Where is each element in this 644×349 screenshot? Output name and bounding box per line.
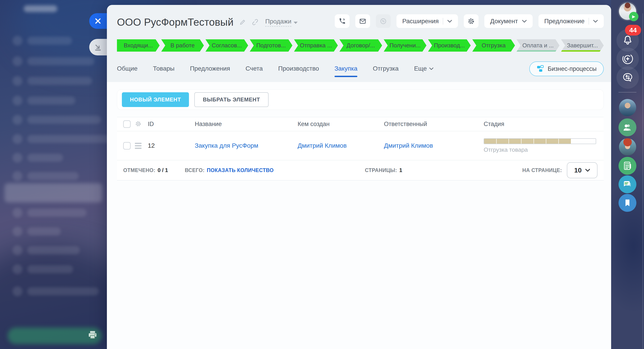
call-button[interactable] — [335, 14, 350, 28]
header-toolbar: Расширения Документ Предложение — [335, 14, 604, 28]
people-icon — [622, 122, 632, 132]
stage-3[interactable]: Согласов... — [206, 39, 248, 52]
row-name-link[interactable]: Закупка для РусФорм — [195, 142, 258, 149]
select-all-checkbox[interactable] — [123, 120, 130, 128]
tab-товары[interactable]: Товары — [153, 65, 174, 73]
progress-segment — [571, 139, 584, 144]
profile-avatar[interactable]: ▶ — [619, 3, 636, 20]
employees-button[interactable] — [618, 118, 636, 136]
stage-label: Отправка ... — [300, 42, 332, 49]
funnel-selector[interactable]: Продажи — [265, 18, 298, 26]
stage-label: Входящи... — [124, 42, 153, 49]
column-header-name[interactable]: Название — [195, 121, 298, 128]
row-id: 12 — [148, 142, 195, 149]
chevron-down-icon — [585, 169, 590, 172]
extensions-label: Расширения — [402, 18, 439, 25]
chevron-down-icon — [294, 22, 298, 24]
stage-progress-bar[interactable] — [484, 138, 596, 144]
stage-bar: Входящи...В работеСогласов...Подготов...… — [117, 39, 604, 52]
pages-label: СТРАНИЦЫ: — [365, 167, 397, 173]
chevron-down-icon — [522, 20, 527, 23]
stage-label: В работе — [170, 42, 194, 49]
per-page-value: 10 — [574, 166, 582, 174]
status-play-badge[interactable]: ▶ — [629, 12, 638, 21]
business-processes-button[interactable]: Бизнес-процессы — [529, 61, 604, 76]
stage-label: Оплата и ... — [522, 42, 554, 49]
stage-1[interactable]: Входящи... — [117, 39, 160, 52]
grid-settings-gear-icon[interactable] — [135, 120, 142, 127]
stage-7[interactable]: Получени... — [384, 39, 426, 52]
tab-предложения[interactable]: Предложения — [190, 65, 230, 73]
slider-collapse-button[interactable] — [89, 39, 107, 55]
pages-value: 1 — [399, 167, 402, 173]
tab-счета[interactable]: Счета — [246, 65, 263, 73]
messenger-button[interactable] — [616, 66, 639, 89]
row-created-by-link[interactable]: Дмитрий Климов — [298, 142, 346, 149]
stage-11[interactable]: Завершит... — [561, 39, 604, 52]
column-header-responsible[interactable]: Ответственный — [384, 121, 484, 128]
per-page-select[interactable]: 10 — [567, 162, 598, 178]
panel-content: НОВЫЙ ЭЛЕМЕНТ ВЫБРАТЬ ЭЛЕМЕНТ ID Названи… — [107, 82, 611, 181]
close-icon — [94, 17, 102, 25]
email-button[interactable] — [355, 14, 370, 28]
tab-общие[interactable]: Общие — [117, 65, 138, 73]
stage-label: Производ... — [434, 42, 465, 49]
stage-label: Завершит... — [567, 42, 598, 49]
progress-segment — [534, 139, 546, 144]
stage-9[interactable]: Отгрузка — [472, 39, 515, 52]
tab-label: Еще — [414, 65, 427, 72]
divider — [588, 18, 589, 24]
printer-icon[interactable] — [88, 330, 98, 340]
column-header-stage[interactable]: Стадия — [484, 121, 604, 128]
stage-2[interactable]: В работе — [161, 39, 204, 52]
settings-button[interactable] — [464, 14, 478, 28]
grid-footer: ОТМЕЧЕНО: 0 / 1 ВСЕГО: ПОКАЗАТЬ КОЛИЧЕСТ… — [117, 160, 604, 181]
chat-avatar-1[interactable] — [619, 99, 636, 116]
tab-label: Счета — [246, 65, 263, 72]
stage-5[interactable]: Отправка ... — [294, 39, 338, 52]
new-item-button[interactable]: НОВЫЙ ЭЛЕМЕНТ — [122, 92, 189, 107]
bookmarks-button[interactable] — [618, 194, 636, 212]
chat-bubbles-icon — [622, 179, 632, 189]
copy-link-icon[interactable] — [252, 19, 258, 25]
chevron-down-icon — [447, 20, 452, 23]
tab-label: Производство — [278, 65, 319, 72]
show-count-link[interactable]: ПОКАЗАТЬ КОЛИЧЕСТВО — [207, 167, 274, 173]
select-item-button[interactable]: ВЫБРАТЬ ЭЛЕМЕНТ — [194, 92, 268, 107]
stage-label: Отгрузка — [482, 42, 506, 49]
progress-segment — [559, 139, 571, 144]
tab-отгрузка[interactable]: Отгрузка — [373, 65, 398, 73]
stage-4[interactable]: Подготов... — [250, 39, 292, 52]
stage-10[interactable]: Оплата и ... — [516, 39, 560, 52]
right-rail: ▶ 44 — [611, 0, 644, 349]
grid-header-row: ID Название Кем создан Ответственный Ста… — [117, 117, 604, 131]
chat-avatar-2[interactable] — [619, 138, 636, 155]
tab-еще[interactable]: Еще — [414, 65, 434, 73]
news-feed-button[interactable] — [618, 157, 636, 175]
row-checkbox[interactable] — [123, 142, 130, 149]
chat-reply-icon — [380, 18, 387, 25]
offer-button[interactable]: Предложение — [538, 14, 604, 28]
column-header-created-by[interactable]: Кем создан — [298, 121, 384, 128]
tabs: ОбщиеТоварыПредложенияСчетаПроизводствоЗ… — [117, 65, 434, 73]
table-row: 12 Закупка для РусФорм Дмитрий Климов Дм… — [117, 131, 604, 160]
slider-close-button[interactable] — [89, 13, 107, 29]
tab-закупка[interactable]: Закупка — [334, 65, 358, 73]
stage-6[interactable]: Договор/... — [340, 39, 382, 52]
crm-slider-panel: ООО РусФормТестовый Продажи — [107, 5, 611, 349]
column-header-id[interactable]: ID — [148, 121, 195, 128]
tab-производство[interactable]: Производство — [278, 65, 319, 73]
edit-title-icon[interactable] — [239, 19, 246, 25]
messenger-icon — [622, 71, 634, 83]
chat-button-disabled — [376, 14, 391, 28]
chats-button[interactable] — [618, 175, 636, 193]
blurred-logo — [24, 5, 57, 12]
gear-icon — [467, 17, 475, 25]
row-responsible-link[interactable]: Дмитрий Климов — [384, 142, 433, 149]
row-drag-handle[interactable] — [135, 143, 142, 149]
document-button[interactable]: Документ — [484, 14, 533, 28]
stage-8[interactable]: Производ... — [428, 39, 471, 52]
business-process-icon — [536, 65, 544, 73]
progress-segment — [522, 139, 534, 144]
extensions-button[interactable]: Расширения — [396, 14, 458, 28]
